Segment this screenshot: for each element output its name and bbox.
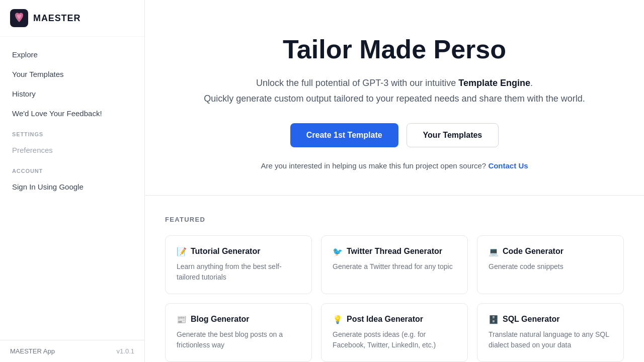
sidebar-item-explore[interactable]: Explore (0, 45, 144, 64)
hero-contact-plain: Are you interested in helping us make th… (261, 161, 486, 170)
contact-us-link[interactable]: Contact Us (488, 161, 528, 170)
post-idea-icon: 💡 (333, 315, 343, 324)
sql-title-text: SQL Generator (503, 315, 560, 324)
twitter-icon: 🐦 (333, 247, 343, 256)
post-idea-title-text: Post Idea Generator (347, 315, 423, 324)
featured-section: FEATURED 📝 Tutorial Generator Learn anyt… (145, 196, 644, 362)
code-desc: Generate code snippets (489, 261, 612, 272)
twitter-desc: Generate a Twitter thread for any topic (333, 261, 456, 272)
sql-desc: Translate natural language to any SQL di… (489, 329, 612, 350)
account-section-label: ACCOUNT (0, 160, 144, 177)
sidebar-item-feedback[interactable]: We'd Love Your Feedback! (0, 104, 144, 123)
tutorial-desc: Learn anything from the best self-tailor… (177, 261, 300, 283)
blog-icon: 📰 (177, 315, 187, 324)
tutorial-icon: 📝 (177, 247, 187, 256)
card-code-title: 💻 Code Generator (489, 247, 612, 256)
sidebar-nav: Explore Your Templates History We'd Love… (0, 37, 144, 340)
sidebar-item-preferences: Preferences (0, 140, 144, 160)
logo: MAESTER (0, 0, 144, 37)
post-idea-desc: Generate posts ideas (e.g. for Facebook,… (333, 329, 456, 350)
hero-subtitle1-bold: Template Engine (458, 78, 530, 88)
card-blog-title: 📰 Blog Generator (177, 315, 300, 324)
logo-icon (10, 9, 28, 27)
card-twitter-title: 🐦 Twitter Thread Generator (333, 247, 456, 256)
hero-subtitle2: Quickly generate custom output tailored … (175, 94, 614, 104)
code-title-text: Code Generator (503, 247, 564, 256)
hero-subtitle1-end: . (530, 78, 533, 88)
sidebar-item-your-templates[interactable]: Your Templates (0, 64, 144, 84)
sidebar: MAESTER Explore Your Templates History W… (0, 0, 145, 362)
tutorial-title-text: Tutorial Generator (191, 247, 260, 256)
card-tutorial-title: 📝 Tutorial Generator (177, 247, 300, 256)
hero-subtitle1: Unlock the full potential of GPT-3 with … (175, 76, 614, 90)
card-tutorial-generator[interactable]: 📝 Tutorial Generator Learn anything from… (165, 235, 312, 294)
logo-text: MAESTER (33, 13, 80, 24)
hero-buttons: Create 1st Template Your Templates (175, 123, 614, 147)
blog-title-text: Blog Generator (191, 315, 249, 324)
hero-section: Tailor Made Perso Unlock the full potent… (145, 0, 644, 196)
footer-version: v1.0.1 (117, 347, 134, 355)
sql-icon: 🗄️ (489, 315, 499, 324)
hero-subtitle1-plain: Unlock the full potential of GPT-3 with … (256, 78, 458, 88)
footer-app-label: MAESTER App (10, 347, 55, 355)
code-icon: 💻 (489, 247, 499, 256)
card-post-idea-generator[interactable]: 💡 Post Idea Generator Generate posts ide… (321, 303, 468, 362)
card-sql-generator[interactable]: 🗄️ SQL Generator Translate natural langu… (477, 303, 624, 362)
card-sql-title: 🗄️ SQL Generator (489, 315, 612, 324)
twitter-title-text: Twitter Thread Generator (347, 247, 442, 256)
sidebar-item-sign-in[interactable]: Sign In Using Google (0, 177, 144, 197)
create-template-button[interactable]: Create 1st Template (290, 123, 398, 147)
settings-section-label: SETTINGS (0, 123, 144, 140)
main-content: Tailor Made Perso Unlock the full potent… (145, 0, 644, 362)
sidebar-footer: MAESTER App v1.0.1 (0, 340, 144, 362)
card-post-idea-title: 💡 Post Idea Generator (333, 315, 456, 324)
card-blog-generator[interactable]: 📰 Blog Generator Generate the best blog … (165, 303, 312, 362)
featured-label: FEATURED (165, 216, 624, 223)
card-twitter-thread-generator[interactable]: 🐦 Twitter Thread Generator Generate a Tw… (321, 235, 468, 294)
blog-desc: Generate the best blog posts on a fricti… (177, 329, 300, 350)
your-templates-button[interactable]: Your Templates (407, 123, 499, 147)
hero-contact: Are you interested in helping us make th… (175, 161, 614, 170)
card-code-generator[interactable]: 💻 Code Generator Generate code snippets (477, 235, 624, 294)
cards-grid: 📝 Tutorial Generator Learn anything from… (165, 235, 624, 362)
hero-title: Tailor Made Perso (175, 35, 614, 64)
sidebar-item-history[interactable]: History (0, 84, 144, 104)
